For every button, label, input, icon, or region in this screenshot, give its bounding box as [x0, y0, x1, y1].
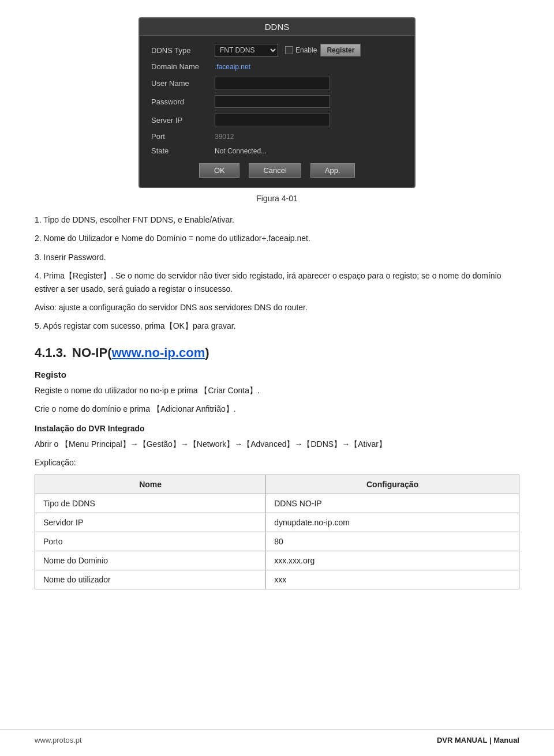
table-cell-nome: Nome do Dominio	[35, 551, 266, 570]
section-title-prefix: NO-IP(	[72, 345, 111, 360]
table-row: Porto80	[35, 532, 519, 551]
state-field: Not Connected...	[215, 147, 403, 155]
footer-manual-text: Manual	[493, 736, 519, 744]
table-row: Servidor IPdynupdate.no-ip.com	[35, 513, 519, 532]
section-link[interactable]: www.no-ip.com	[112, 345, 205, 360]
footer-website: www.protos.pt	[35, 736, 82, 744]
table-cell-config: 80	[266, 532, 519, 551]
registo-heading: Registo	[35, 370, 519, 379]
register-button[interactable]: Register	[320, 44, 361, 57]
port-field: 39012	[215, 133, 403, 141]
domain-name-value: .faceaip.net	[215, 63, 250, 71]
page-container: DDNS DDNS Type FNT DDNS Enable Register	[0, 0, 554, 756]
port-label: Port	[151, 132, 215, 141]
instalacao-text: Abrir o 【Menu Principal】→【Gestão】→【Netwo…	[35, 438, 519, 450]
dialog-body: DDNS Type FNT DDNS Enable Register	[140, 36, 414, 187]
config-table: Nome Configuração Tipo de DDNSDDNS NO-IP…	[35, 475, 519, 589]
step-2: 2. Nome do Utilizador e Nome do Domínio …	[35, 232, 519, 245]
dialog-buttons: OK Cancel App.	[151, 163, 403, 178]
registo-text-1: Registe o nome do utilizador no no-ip e …	[35, 384, 519, 397]
enable-label: Enable	[295, 46, 317, 54]
table-header-row: Nome Configuração	[35, 475, 519, 494]
aviso-text: Aviso: ajuste a configuração do servidor…	[35, 301, 519, 314]
instalacao-heading: Instalação do DVR Integrado	[35, 424, 519, 433]
dialog-wrapper: DDNS DDNS Type FNT DDNS Enable Register	[35, 17, 519, 188]
explicacao-label: Explicação:	[35, 456, 519, 469]
password-label: Password	[151, 97, 215, 106]
enable-checkbox[interactable]	[285, 46, 293, 54]
ddns-type-select[interactable]: FNT DDNS	[215, 44, 278, 57]
server-ip-row: Server IP	[151, 114, 403, 126]
table-cell-config: dynupdate.no-ip.com	[266, 513, 519, 532]
password-row: Password	[151, 95, 403, 108]
state-value: Not Connected...	[215, 147, 267, 155]
table-cell-config: xxx.xxx.org	[266, 551, 519, 570]
enable-checkbox-area: Enable	[285, 46, 317, 54]
footer-manual-bold: DVR MANUAL	[437, 736, 487, 744]
domain-name-field: .faceaip.net	[215, 63, 403, 71]
port-value: 39012	[215, 133, 234, 141]
user-name-row: User Name	[151, 77, 403, 89]
step-4: 4. Prima【Register】. Se o nome do servido…	[35, 269, 519, 295]
state-label: State	[151, 146, 215, 155]
server-ip-input[interactable]	[215, 114, 330, 126]
ddns-type-row: DDNS Type FNT DDNS Enable Register	[151, 44, 403, 57]
table-cell-nome: Servidor IP	[35, 513, 266, 532]
table-cell-config: DDNS NO-IP	[266, 494, 519, 513]
table-col-nome: Nome	[35, 475, 266, 494]
table-cell-nome: Tipo de DDNS	[35, 494, 266, 513]
password-input[interactable]	[215, 95, 330, 108]
table-col-config: Configuração	[266, 475, 519, 494]
domain-name-label: Domain Name	[151, 62, 215, 71]
table-row: Nome do utilizadorxxx	[35, 570, 519, 589]
step-1: 1. Tipo de DDNS, escolher FNT DDNS, e En…	[35, 213, 519, 226]
table-cell-nome: Nome do utilizador	[35, 570, 266, 589]
user-name-label: User Name	[151, 79, 215, 88]
section-close: )	[205, 345, 209, 360]
user-name-input[interactable]	[215, 77, 330, 89]
section-number: 4.1.3.	[35, 345, 66, 360]
registo-text-2: Crie o nome do domínio e prima 【Adiciona…	[35, 403, 519, 415]
ddns-dialog: DDNS DDNS Type FNT DDNS Enable Register	[138, 17, 415, 188]
ddns-type-field: FNT DDNS Enable Register	[215, 44, 403, 57]
table-cell-config: xxx	[266, 570, 519, 589]
section-heading: 4.1.3. NO-IP(www.no-ip.com)	[35, 345, 519, 360]
password-field	[215, 95, 403, 108]
table-row: Nome do Dominioxxx.xxx.org	[35, 551, 519, 570]
table-row: Tipo de DDNSDDNS NO-IP	[35, 494, 519, 513]
table-cell-nome: Porto	[35, 532, 266, 551]
cancel-button[interactable]: Cancel	[249, 163, 301, 178]
ddns-type-label: DDNS Type	[151, 46, 215, 55]
page-footer: www.protos.pt DVR MANUAL | Manual	[0, 729, 554, 744]
server-ip-label: Server IP	[151, 116, 215, 125]
app-button[interactable]: App.	[310, 163, 355, 178]
domain-name-row: Domain Name .faceaip.net	[151, 62, 403, 71]
dialog-title: DDNS	[140, 18, 414, 36]
step-5: 5. Após registar com sucesso, prima【OK】p…	[35, 319, 519, 332]
state-row: State Not Connected...	[151, 146, 403, 155]
server-ip-field	[215, 114, 403, 126]
step-3: 3. Inserir Password.	[35, 251, 519, 264]
footer-manual: DVR MANUAL | Manual	[437, 736, 519, 744]
section-title-text: NO-IP(www.no-ip.com)	[72, 345, 209, 360]
user-name-field	[215, 77, 403, 89]
figure-caption: Figura 4-01	[35, 194, 519, 203]
port-row: Port 39012	[151, 132, 403, 141]
ok-button[interactable]: OK	[199, 163, 239, 178]
